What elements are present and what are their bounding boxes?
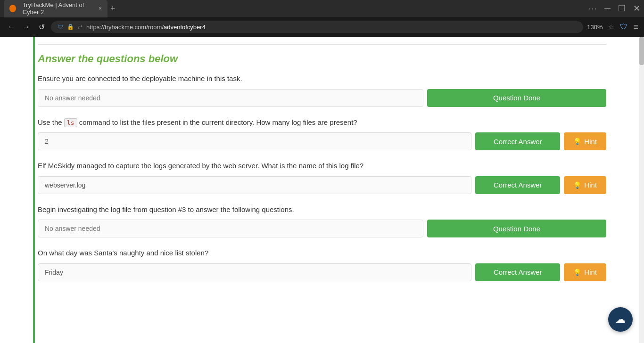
url-domain: adventofcyber4 <box>164 24 206 31</box>
refresh-button[interactable]: ↺ <box>36 23 47 32</box>
shield-icon: 🛡 <box>58 24 63 30</box>
answer-row-4: Question Done <box>38 220 606 237</box>
answer-row-1: Question Done <box>38 89 606 107</box>
answer-row-5: Correct Answer 💡 Hint <box>38 263 606 281</box>
question-text-2: Use the ls command to list the files pre… <box>38 117 606 128</box>
nav-right-controls: 130% ☆ 🛡 ≡ <box>587 22 638 32</box>
question-text-2-part1: Use the <box>38 118 64 126</box>
question-done-button-1[interactable]: Question Done <box>427 89 606 107</box>
top-divider <box>38 44 606 45</box>
answer-input-1[interactable] <box>38 89 423 107</box>
shield-badge-icon: 🛡 <box>620 23 627 31</box>
browser-tab[interactable]: TryHackMe | Advent of Cyber 2 × <box>4 0 107 17</box>
new-tab-button[interactable]: + <box>110 4 116 14</box>
question-text-1: Ensure you are connected to the deployab… <box>38 74 606 84</box>
question-text-2-part2: command to list the files present in the… <box>79 118 357 126</box>
hint-bulb-icon-5: 💡 <box>573 269 581 276</box>
question-done-button-4[interactable]: Question Done <box>427 220 606 237</box>
scrollbar[interactable] <box>639 37 644 343</box>
hint-bulb-icon: 💡 <box>573 138 581 145</box>
question-block-5: On what day was Santa's naughty and nice… <box>38 248 606 281</box>
tab-title: TryHackMe | Advent of Cyber 2 <box>23 1 95 16</box>
hint-button-3[interactable]: 💡 Hint <box>564 176 606 194</box>
hint-button-5[interactable]: 💡 Hint <box>564 263 606 281</box>
question-block-2: Use the ls command to list the files pre… <box>38 117 606 151</box>
answer-input-2[interactable] <box>38 132 471 150</box>
question-block-3: Elf McSkidy managed to capture the logs … <box>38 161 606 194</box>
answer-row-3: Correct Answer 💡 Hint <box>38 176 606 194</box>
hint-label-2: Hint <box>584 138 597 146</box>
address-bar[interactable]: 🛡 🔒 ⇄ https://tryhackme.com/room/advento… <box>51 21 583 33</box>
answer-input-3[interactable] <box>38 176 471 194</box>
favicon-icon <box>9 5 16 12</box>
section-title: Answer the questions below <box>38 53 606 65</box>
question-text-5: On what day was Santa's naughty and nice… <box>38 248 606 259</box>
url-display[interactable]: https://tryhackme.com/room/adventofcyber… <box>86 24 577 31</box>
browser-window: TryHackMe | Advent of Cyber 2 × + ⋯ ─ ❐ … <box>0 0 644 37</box>
hint-bulb-icon-3: 💡 <box>573 181 581 189</box>
question-block-1: Ensure you are connected to the deployab… <box>38 74 606 107</box>
window-overflow[interactable]: ⋯ <box>588 3 597 14</box>
answer-input-4[interactable] <box>38 220 423 237</box>
browser-navbar: ← → ↺ 🛡 🔒 ⇄ https://tryhackme.com/room/a… <box>0 17 644 37</box>
lock-icon: 🔒 <box>67 24 74 30</box>
site-info-icon: ⇄ <box>78 24 83 30</box>
answer-row-2: Correct Answer 💡 Hint <box>38 132 606 150</box>
correct-answer-button-2[interactable]: Correct Answer <box>475 132 560 150</box>
question-text-4: Begin investigating the log file from qu… <box>38 204 606 215</box>
back-button[interactable]: ← <box>6 23 17 31</box>
chat-cloud-icon: ☁ <box>615 313 626 326</box>
window-close-button[interactable]: ✕ <box>633 3 640 14</box>
hint-label-3: Hint <box>584 181 597 189</box>
question-text-3: Elf McSkidy managed to capture the logs … <box>38 161 606 172</box>
correct-answer-button-3[interactable]: Correct Answer <box>475 176 560 194</box>
answer-input-5[interactable] <box>38 263 471 281</box>
window-minimize-button[interactable]: ─ <box>604 4 611 14</box>
zoom-level: 130% <box>587 24 603 31</box>
left-accent-border <box>33 37 35 343</box>
bookmark-star-icon[interactable]: ☆ <box>608 23 614 31</box>
hint-label-5: Hint <box>584 268 597 276</box>
url-prefix: https://tryhackme.com/room/ <box>86 24 164 31</box>
window-maximize-button[interactable]: ❐ <box>618 3 626 14</box>
tab-close-button[interactable]: × <box>99 5 102 12</box>
menu-icon[interactable]: ≡ <box>633 22 638 32</box>
scrollbar-thumb[interactable] <box>639 37 644 65</box>
chat-bubble-button[interactable]: ☁ <box>608 307 633 332</box>
hint-button-2[interactable]: 💡 Hint <box>564 132 606 150</box>
question-block-4: Begin investigating the log file from qu… <box>38 204 606 238</box>
page-content: Answer the questions below Ensure you ar… <box>0 37 644 343</box>
browser-titlebar: TryHackMe | Advent of Cyber 2 × + ⋯ ─ ❐ … <box>0 0 644 17</box>
code-ls: ls <box>64 118 77 127</box>
correct-answer-button-5[interactable]: Correct Answer <box>475 263 560 281</box>
forward-button[interactable]: → <box>21 23 32 31</box>
